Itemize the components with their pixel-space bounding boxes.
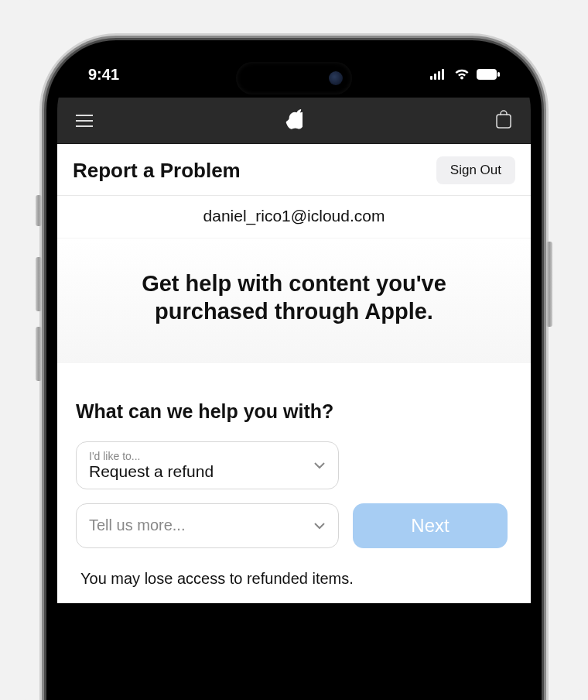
cellular-icon [430, 69, 447, 80]
svg-rect-1 [434, 74, 436, 80]
side-button [36, 257, 42, 311]
battery-icon [477, 69, 500, 80]
page-title: Report a Problem [73, 159, 241, 183]
camera-icon [329, 71, 343, 85]
status-time: 9:41 [88, 66, 119, 84]
nav-bar [57, 98, 531, 144]
dynamic-island [236, 62, 352, 94]
apple-logo-icon[interactable] [285, 109, 303, 132]
details-select-placeholder: Tell us more... [89, 516, 185, 534]
svg-rect-2 [438, 71, 440, 80]
chevron-down-icon [313, 519, 326, 533]
disclaimer-text: You may lose access to refunded items. [76, 570, 512, 588]
hero: Get help with content you've purchased t… [57, 238, 531, 363]
side-button [36, 195, 42, 226]
side-button [36, 327, 42, 381]
wifi-icon [453, 68, 470, 81]
form-prompt: What can we help you with? [76, 400, 512, 423]
svg-rect-0 [430, 76, 432, 80]
svg-rect-3 [442, 69, 444, 80]
side-button [546, 242, 552, 327]
svg-rect-6 [497, 115, 511, 128]
help-form: What can we help you with? I'd like to..… [57, 363, 531, 603]
reason-select-value: Request a refund [89, 462, 214, 480]
chevron-down-icon [313, 458, 326, 472]
status-indicators [430, 68, 500, 81]
phone-frame: 9:41 [46, 40, 542, 700]
page-content: Report a Problem Sign Out daniel_rico1@i… [57, 144, 531, 603]
reason-select[interactable]: I'd like to... Request a refund [76, 441, 339, 489]
shopping-bag-icon[interactable] [495, 110, 512, 132]
sign-out-button[interactable]: Sign Out [436, 156, 515, 184]
account-email: daniel_rico1@icloud.com [57, 196, 531, 238]
svg-rect-4 [477, 69, 497, 80]
svg-rect-5 [497, 72, 500, 77]
reason-select-label: I'd like to... [89, 450, 304, 462]
screen: 9:41 [57, 51, 531, 700]
status-bar: 9:41 [57, 51, 531, 98]
hero-headline: Get help with content you've purchased t… [88, 269, 500, 326]
menu-icon[interactable] [76, 115, 93, 127]
next-button[interactable]: Next [353, 503, 508, 548]
details-select[interactable]: Tell us more... [76, 503, 339, 548]
